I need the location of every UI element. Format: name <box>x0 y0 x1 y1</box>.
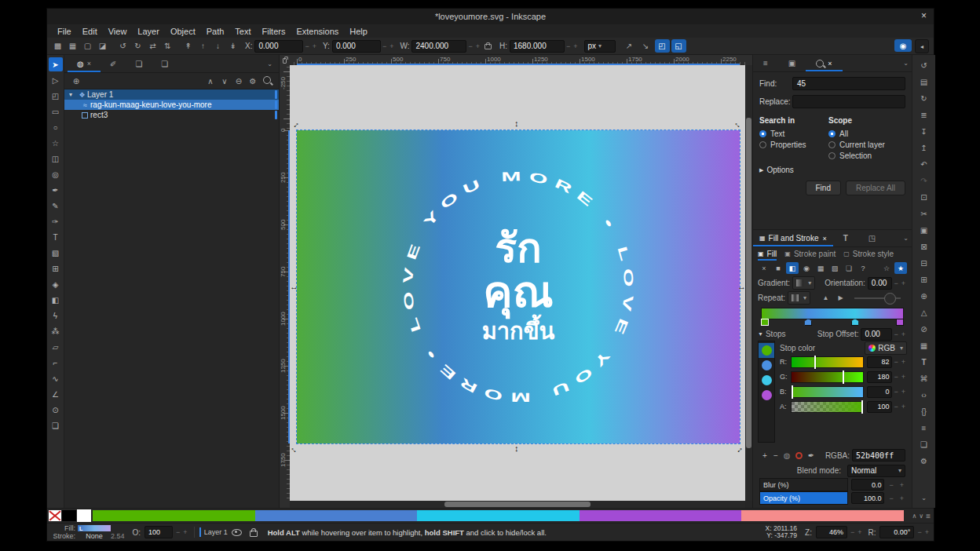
star-tool[interactable]: ☆ <box>49 136 63 150</box>
color-mode-dropdown[interactable]: RGB▾ <box>865 341 907 355</box>
rotation-increment[interactable]: + <box>923 528 931 536</box>
flat-color-icon[interactable]: ■ <box>772 262 784 274</box>
rotation-input[interactable]: 0.00° <box>879 526 914 538</box>
dock-menu-chevron-icon[interactable]: ⌄ <box>903 235 912 242</box>
decrement-button[interactable]: − <box>892 403 899 411</box>
move-patterns-toggle[interactable]: ◱ <box>671 39 686 53</box>
palette-menu-icon[interactable]: ≡ <box>926 512 931 520</box>
scale-handle-s[interactable]: ↕ <box>514 444 519 452</box>
scale-handle-w[interactable]: ↔ <box>290 283 298 290</box>
pick-color-dropper-icon[interactable]: ✒ <box>806 451 817 460</box>
scope-current-layer-option[interactable]: Current layer <box>828 139 885 150</box>
tab-objects[interactable]: ◍ × <box>68 55 101 72</box>
menu-filters[interactable]: Filters <box>257 27 291 36</box>
opacity-value[interactable]: 100.0 <box>851 492 884 504</box>
green-channel-slider[interactable] <box>791 371 864 383</box>
increment-button[interactable]: + <box>900 358 907 366</box>
radio-icon[interactable] <box>828 141 836 148</box>
subtab-stroke-paint[interactable]: ▣Stroke paint <box>784 247 836 261</box>
alpha-channel-value[interactable]: 100 <box>867 401 892 413</box>
tab-find-replace[interactable]: × <box>806 55 842 71</box>
height-input[interactable]: 1680.000 <box>510 40 565 53</box>
preferences-icon[interactable]: ⚙ <box>916 454 932 469</box>
menu-help[interactable]: Help <box>344 27 373 36</box>
scale-handle-nw[interactable]: ↔ <box>290 119 301 130</box>
document-properties-icon[interactable]: ❏ <box>916 437 932 453</box>
menu-edit[interactable]: Edit <box>77 27 103 36</box>
raise-to-top-icon[interactable]: ↟ <box>181 42 196 50</box>
zoom-input[interactable]: 46% <box>816 526 847 538</box>
gradient-stop-handle-4[interactable] <box>896 319 904 326</box>
blue-channel-value[interactable]: 0 <box>867 386 892 398</box>
menu-path[interactable]: Path <box>201 27 230 36</box>
vertical-ruler[interactable]: -250 0 250 500 750 1000 1250 1500 1750 <box>280 65 291 501</box>
gradient-rect-object[interactable]: • LOVE YOU MORE • LOVE YOU MORE รัก คุณ … <box>297 130 740 443</box>
menu-layer[interactable]: Layer <box>132 27 165 36</box>
move-down-icon[interactable]: ∨ <box>218 77 232 86</box>
select-all-layers-icon[interactable]: ▦ <box>65 42 80 50</box>
layer-visibility-eye-icon[interactable] <box>232 529 242 536</box>
opacity-slider[interactable]: Opacity (%) <box>759 491 848 505</box>
gradient-stop-handle-1[interactable] <box>761 319 769 326</box>
scale-stroke-toggle[interactable]: ↗ <box>622 39 637 53</box>
paste-icon[interactable]: ▣ <box>916 223 932 239</box>
white-swatch[interactable] <box>77 509 91 522</box>
raise-icon[interactable]: ↑ <box>196 42 210 50</box>
decrement-button[interactable]: − <box>892 373 899 381</box>
slider-thumb[interactable] <box>814 356 816 369</box>
rgba-input[interactable]: 52b400ff <box>852 449 905 462</box>
linear-gradient-icon[interactable]: ◧ <box>786 262 799 274</box>
radio-selected-icon[interactable] <box>759 130 766 137</box>
spiral-tool[interactable]: ◎ <box>49 167 63 181</box>
braces-dialog-icon[interactable]: {} <box>916 404 932 420</box>
spray-tool[interactable]: ⁂ <box>49 324 63 338</box>
h-increment[interactable]: + <box>572 42 579 50</box>
undo-icon[interactable]: ↶ <box>916 157 932 173</box>
toolbar-collapse-button[interactable]: ◂ <box>915 39 929 53</box>
opacity-decrement[interactable]: − <box>887 494 894 502</box>
increment-button[interactable]: + <box>900 388 907 396</box>
snap-toggle-button[interactable]: ◉ <box>894 39 912 52</box>
horizontal-scrollbar[interactable] <box>290 501 745 508</box>
y-input[interactable]: 0.000 <box>332 40 381 53</box>
menu-view[interactable]: View <box>103 27 133 36</box>
symbols-dialog-icon[interactable]: ⌘ <box>916 371 932 387</box>
menu-object[interactable]: Object <box>165 27 201 36</box>
red-channel-slider[interactable] <box>791 356 864 368</box>
import-icon[interactable]: ↧ <box>916 124 932 140</box>
redo-icon[interactable]: ↷ <box>916 173 932 189</box>
panel-menu-chevron-icon[interactable]: ⌄ <box>267 60 276 68</box>
tab-document-2[interactable]: ❏ <box>152 55 177 72</box>
radio-selected-icon[interactable] <box>828 130 836 137</box>
increment-button[interactable]: + <box>900 373 907 381</box>
blur-increment[interactable]: + <box>898 481 905 489</box>
box3d-tool[interactable]: ◫ <box>49 151 63 166</box>
export-icon[interactable]: ↥ <box>916 140 932 156</box>
remove-stop-button[interactable]: − <box>770 451 781 460</box>
gradient-select-dropdown[interactable]: ▾ <box>792 276 815 290</box>
settings-gear-icon[interactable]: ⚙ <box>246 77 260 86</box>
pink-swatch[interactable] <box>741 510 904 521</box>
opacity-increment[interactable]: + <box>898 494 905 502</box>
selector-tool[interactable]: ➤ <box>49 57 63 71</box>
gradient-position-slider[interactable] <box>854 297 901 299</box>
slider-knob[interactable] <box>884 293 896 305</box>
shape-builder-tool[interactable]: ◰ <box>49 89 63 103</box>
zoom-selection-icon[interactable]: ⊠ <box>916 239 932 255</box>
scale-handle-se[interactable]: ↔ <box>733 443 744 455</box>
xml-editor-icon[interactable]: ‹› <box>916 388 932 403</box>
cyan-swatch[interactable] <box>417 510 580 521</box>
stop-list[interactable] <box>758 341 775 443</box>
gradient-tool[interactable]: ▧ <box>49 246 63 260</box>
opacity-decrement[interactable]: − <box>174 528 181 536</box>
unlink-clone-icon[interactable]: ⊘ <box>916 322 932 338</box>
duplicate-icon[interactable]: ⊕ <box>916 289 932 305</box>
copy-icon[interactable]: ⊡ <box>916 190 932 206</box>
layer-lock-icon[interactable] <box>250 531 258 537</box>
h-decrement[interactable]: − <box>565 42 572 50</box>
tab-text-dialog[interactable]: T <box>833 230 858 246</box>
green-channel-value[interactable]: 180 <box>867 371 892 383</box>
options-expander[interactable]: ▶ Options <box>759 166 905 174</box>
print-icon[interactable]: ≣ <box>916 108 932 123</box>
x-decrement[interactable]: − <box>303 42 310 50</box>
